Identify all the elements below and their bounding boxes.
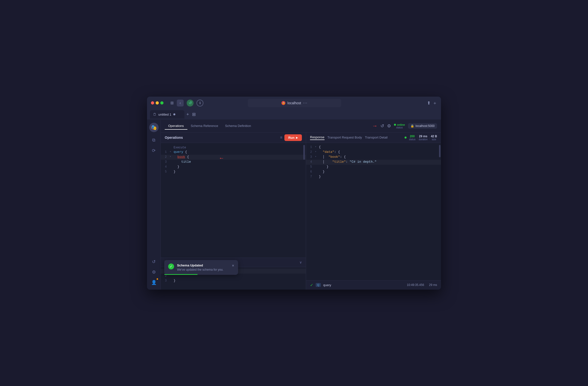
response-meta: 200 status 29 ms duration 42 B: [404, 135, 437, 141]
favicon: 🔒: [281, 101, 285, 105]
run-label: Run: [288, 136, 294, 139]
tab-schema-reference[interactable]: Schema Reference: [187, 122, 222, 130]
tab-doc-icon: 🗒: [153, 113, 156, 116]
toast-title: Schema Updated: [177, 264, 229, 267]
play-icon: ▶: [296, 136, 298, 139]
endpoint-badge[interactable]: 🔒 localhost:5000: [408, 123, 437, 129]
endpoint-text: localhost:5000: [416, 124, 435, 128]
collapse-button[interactable]: ∨: [299, 260, 302, 264]
sidebar-item-sync[interactable]: ↺: [150, 258, 158, 266]
url-more-button[interactable]: ···: [303, 100, 308, 106]
resp-line-3: 3 ▾ │ "book": {: [306, 155, 441, 160]
sidebar-item-user[interactable]: 👤: [150, 278, 158, 287]
lock-icon: 🔒: [410, 124, 414, 128]
size-meta: 42 B size: [431, 135, 437, 141]
status-code: 200: [410, 135, 415, 138]
code-line-1: 1 ▾ query {: [161, 150, 306, 155]
maximize-button[interactable]: [160, 101, 164, 105]
notification-badge: [156, 278, 159, 280]
sidebar-item-history[interactable]: ⟳: [150, 146, 158, 155]
arrow-indicator: →: [372, 123, 378, 129]
tab-schema-definition[interactable]: Schema Definition: [222, 122, 255, 130]
status-meta: 200 status: [409, 135, 416, 141]
status-label: status: [396, 126, 403, 129]
back-button[interactable]: ‹: [177, 100, 184, 107]
url-text: localhost: [287, 101, 301, 105]
toast-success-icon: ✓: [168, 264, 174, 270]
duration-label: duration: [419, 138, 428, 141]
code-line-4: 4 }: [161, 165, 306, 170]
toast-progress-bar: [164, 274, 197, 275]
tab-transport-request[interactable]: Transport Request Body: [328, 136, 362, 140]
tab-grid-button[interactable]: ⊞: [191, 111, 197, 118]
new-tab-add-button[interactable]: +: [185, 111, 190, 118]
toast-close-button[interactable]: ×: [232, 264, 234, 268]
tab-operations[interactable]: Operations: [165, 122, 187, 130]
resp-scrollbar[interactable]: [439, 145, 441, 157]
success-icon: ✓: [310, 283, 313, 287]
response-header: Response Transport Request Body Transpor…: [306, 133, 441, 143]
run-button[interactable]: Run ▶: [284, 134, 302, 141]
tab-bar: 🗒 untitled 1 + ⊞: [147, 110, 441, 120]
code-line-3: 3 title: [161, 160, 306, 165]
main-toolbar: Operations Schema Reference Schema Defin…: [161, 120, 441, 133]
format-button[interactable]: ≡: [280, 135, 282, 140]
duration-value: 29 ms: [419, 135, 427, 138]
refresh-button[interactable]: ↺: [187, 100, 193, 107]
bottom-bar: ✓ Q query 10:49:35.456 29 ms: [306, 280, 441, 290]
resp-line-7: 7 }: [306, 175, 441, 180]
sidebar-bottom: ↺ ⚙ 👤: [150, 258, 158, 287]
code-editor[interactable]: Execute 1 ▾ query { 2 ▾ book { ←: [161, 143, 306, 258]
sidebar-item-settings[interactable]: ⚙: [150, 268, 158, 276]
size-value: 42 B: [431, 135, 437, 138]
toolbar-settings-button[interactable]: ⚙: [387, 123, 391, 129]
tab-untitled[interactable]: 🗒 untitled 1: [150, 110, 184, 118]
var-line-3: 3 }: [161, 278, 306, 283]
resp-line-5: 5 }: [306, 165, 441, 170]
sidebar: 🎭 ⧉ ⟳ ↺ ⚙ 👤: [147, 120, 161, 290]
resp-line-2: 2 ▾ "data": {: [306, 150, 441, 155]
traffic-lights: [151, 101, 164, 105]
response-status-dot: [404, 136, 406, 138]
code-line-2: 2 ▾ book { ←: [161, 155, 306, 160]
operations-header: Operations ≡ Run ▶: [161, 133, 306, 143]
nav-buttons: ⊞ ‹: [168, 100, 184, 107]
response-editor: 1 ▾ { 2 ▾ "data": { 3 ▾ │ "book: [306, 143, 441, 280]
sidebar-item-copy[interactable]: ⧉: [150, 136, 158, 144]
sidebar-toggle-button[interactable]: ⊞: [168, 100, 175, 107]
close-button[interactable]: [151, 101, 154, 105]
share-button[interactable]: ⬆: [427, 100, 431, 106]
toast-notification: ✓ Schema Updated We've updated the schem…: [164, 260, 238, 275]
tab-response[interactable]: Response: [310, 135, 325, 140]
toast-message: We've updated the schema for you.: [177, 268, 229, 271]
right-panel: Response Transport Request Body Transpor…: [306, 133, 441, 290]
status-dot: [394, 124, 396, 126]
execute-label: Execute: [161, 145, 306, 150]
operations-title: Operations: [165, 136, 278, 139]
toast-content: Schema Updated We've updated the schema …: [177, 264, 229, 271]
toolbar-refresh-button[interactable]: ↺: [380, 123, 384, 129]
status-text: online: [397, 123, 405, 126]
bottom-duration: 29 ms: [429, 283, 437, 287]
query-type-badge: Q: [316, 283, 321, 287]
titlebar-actions: ⬆ ＋: [427, 100, 437, 106]
minimize-button[interactable]: [156, 101, 159, 105]
toolbar-tabs: Operations Schema Reference Schema Defin…: [165, 122, 254, 130]
tab-transport-detail[interactable]: Transport Detail: [365, 136, 388, 140]
new-tab-button[interactable]: ＋: [433, 100, 437, 106]
avatar[interactable]: 🎭: [149, 123, 159, 132]
meta-sep-2: [429, 135, 429, 140]
resp-line-6: 6 }: [306, 170, 441, 175]
info-button[interactable]: ℹ: [196, 100, 203, 107]
url-bar[interactable]: 🔒 localhost ···: [248, 99, 341, 107]
toolbar-right: → ↺ ⚙ online status 🔒 localhost:5000: [372, 123, 437, 129]
meta-sep-1: [417, 135, 417, 140]
tab-unsaved-dot: [173, 114, 175, 115]
tab-label: untitled 1: [158, 113, 171, 116]
scrollbar[interactable]: [303, 145, 305, 160]
status-meta-label: status: [409, 138, 416, 141]
bottom-timestamp: 10:49:35.456: [407, 283, 424, 287]
query-name: query: [323, 283, 331, 287]
size-label: size: [432, 138, 436, 141]
resp-line-1: 1 ▾ {: [306, 145, 441, 150]
